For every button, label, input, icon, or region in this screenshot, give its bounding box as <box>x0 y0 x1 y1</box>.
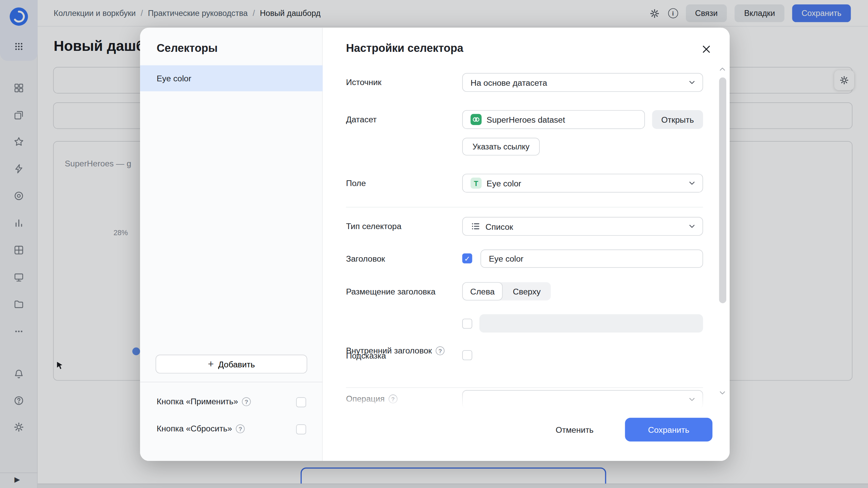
selector-item-label: Eye color <box>157 74 191 83</box>
selectors-panel-title: Селекторы <box>157 42 218 55</box>
list-type-icon <box>471 221 480 231</box>
placement-label: Размещение заголовка <box>346 287 435 296</box>
save-button[interactable]: Сохранить <box>625 418 712 442</box>
selector-type-label: Тип селектора <box>346 221 401 231</box>
apply-button-row: Кнопка «Применить» ? <box>157 397 251 406</box>
source-select[interactable]: На основе датасета <box>462 73 703 92</box>
operation-row: Операция ? <box>346 394 397 403</box>
open-dataset-button[interactable]: Открыть <box>652 110 703 129</box>
plus-icon: + <box>208 359 214 369</box>
inner-title-checkbox[interactable] <box>462 319 472 328</box>
chevron-down-icon <box>688 78 696 87</box>
dataset-field[interactable]: SuperHeroes dataset <box>462 110 645 129</box>
chevron-down-icon <box>688 395 696 404</box>
settings-panel-title: Настройки селектора <box>346 42 463 55</box>
close-icon[interactable] <box>699 42 713 56</box>
hint-label: Подсказка <box>346 351 386 360</box>
field-select[interactable]: T Eye color <box>462 174 703 193</box>
title-label: Заголовок <box>346 254 385 263</box>
selector-type-value: Список <box>486 222 513 231</box>
selectors-panel: Селекторы Eye color + Добавить Кнопка «П… <box>140 28 323 461</box>
reset-checkbox[interactable] <box>296 424 306 434</box>
scroll-down-icon[interactable] <box>718 388 727 397</box>
dataset-icon <box>471 114 482 125</box>
chevron-down-icon <box>688 179 696 187</box>
settings-panel: Настройки селектора Источник На основе д… <box>323 28 730 461</box>
scrollbar-thumb[interactable] <box>719 78 726 303</box>
screen: ▶ Коллекции и воркбуки / Практические ру… <box>0 0 868 488</box>
question-icon[interactable]: ? <box>436 346 445 355</box>
scroll-up-icon[interactable] <box>718 65 727 74</box>
source-value: На основе датасета <box>471 78 547 87</box>
operation-label: Операция <box>346 394 384 403</box>
hint-checkbox[interactable] <box>462 350 472 360</box>
operation-select[interactable] <box>462 390 703 409</box>
inner-title-input[interactable] <box>479 314 703 332</box>
add-selector-label: Добавить <box>218 359 255 369</box>
section-divider <box>346 387 703 388</box>
string-field-type-icon: T <box>471 178 482 189</box>
dataset-label: Датасет <box>346 115 377 124</box>
placement-option-left[interactable]: Слева <box>462 282 502 301</box>
field-value: Eye color <box>487 179 521 188</box>
specify-link-button[interactable]: Указать ссылку <box>462 138 540 156</box>
selector-list-item-eye-color[interactable]: Eye color <box>140 65 323 92</box>
apply-checkbox-label: Кнопка «Применить» <box>157 397 238 406</box>
panel-divider <box>140 382 323 383</box>
question-icon[interactable]: ? <box>389 394 397 403</box>
cancel-button[interactable]: Отменить <box>550 418 599 442</box>
selector-type-select[interactable]: Список <box>462 217 703 236</box>
question-icon[interactable]: ? <box>236 424 245 433</box>
reset-button-row: Кнопка «Сбросить» ? <box>157 424 245 433</box>
checkmark-icon: ✓ <box>464 254 470 262</box>
placement-segmented-control: Слева Сверху <box>462 282 551 301</box>
source-label: Источник <box>346 78 381 87</box>
dataset-value: SuperHeroes dataset <box>487 115 565 124</box>
apply-checkbox[interactable] <box>296 397 306 407</box>
title-input[interactable] <box>480 249 703 268</box>
add-selector-button[interactable]: + Добавить <box>156 355 307 374</box>
section-divider <box>346 207 703 208</box>
reset-checkbox-label: Кнопка «Сбросить» <box>157 424 232 433</box>
placement-option-top[interactable]: Сверху <box>502 282 551 301</box>
question-icon[interactable]: ? <box>242 397 251 406</box>
title-checkbox[interactable]: ✓ <box>462 253 472 263</box>
chevron-down-icon <box>688 222 696 231</box>
selector-settings-dialog: Селекторы Eye color + Добавить Кнопка «П… <box>140 28 730 461</box>
field-label: Поле <box>346 178 366 188</box>
